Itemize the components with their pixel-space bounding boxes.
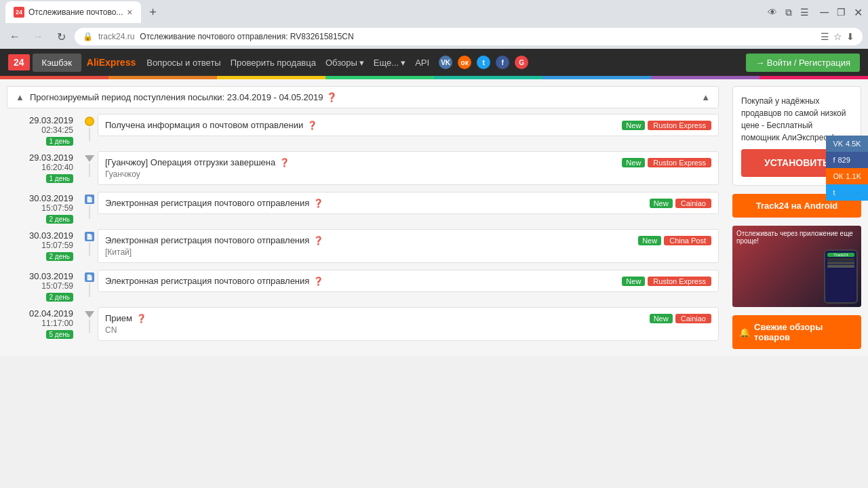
browser-tab[interactable]: 24 Отслеживание почтово... × bbox=[5, 1, 141, 23]
timeline-line: 📄 bbox=[81, 229, 98, 256]
timeline-item: 30.03.2019 15:07:59 2 день 📄 Электронная… bbox=[7, 192, 719, 224]
social-sidebar: VK 4.5K f 829 ОК 1.1K t bbox=[826, 136, 868, 201]
period-label: Прогнозируемый период поступления посылк… bbox=[30, 92, 224, 102]
restore-button[interactable]: ❐ bbox=[837, 7, 846, 18]
time-column: 30.03.2019 15:07:59 2 день bbox=[7, 229, 81, 261]
close-button[interactable]: ✕ bbox=[854, 6, 863, 19]
refresh-button[interactable]: ↻ bbox=[52, 27, 71, 46]
event-badges: New Ruston Express bbox=[622, 277, 711, 286]
cashback-link[interactable]: Кэшбэк bbox=[33, 54, 81, 72]
facebook-social-button[interactable]: f 829 bbox=[826, 152, 868, 168]
questions-link[interactable]: Вопросы и ответы bbox=[146, 58, 220, 68]
carrier-badge: Ruston Express bbox=[648, 121, 711, 130]
facebook-icon: f bbox=[833, 156, 835, 164]
new-badge: New bbox=[622, 121, 645, 130]
vk-nav-icon[interactable]: VK bbox=[439, 56, 452, 69]
event-badges: New Ruston Express bbox=[622, 121, 711, 130]
event-card: Электронная регистрация почтового отправ… bbox=[98, 192, 719, 214]
event-card: Получена информация о почтовом отправлен… bbox=[98, 114, 719, 136]
period-banner: ▲ Прогнозируемый период поступления посы… bbox=[7, 86, 719, 108]
site-logo[interactable]: 24 bbox=[8, 54, 30, 70]
browser-snap-icon[interactable]: ⧉ bbox=[785, 7, 792, 18]
twitter-social-button[interactable]: t bbox=[826, 184, 868, 201]
facebook-count: 829 bbox=[837, 156, 850, 164]
news-banner[interactable]: 🔔 Свежие обзоры товаров bbox=[732, 315, 861, 349]
ssl-icon: 🔒 bbox=[83, 32, 93, 41]
aliexpress-link[interactable]: AliExpress bbox=[87, 57, 136, 68]
reviews-dropdown[interactable]: Обзоры ▾ bbox=[326, 58, 364, 68]
timeline-line: 📄 bbox=[81, 270, 98, 297]
carrier-badge: China Post bbox=[664, 236, 711, 245]
period-dates: 23.04.2019 - 04.05.2019 bbox=[227, 92, 323, 102]
twitter-icon: t bbox=[833, 188, 835, 197]
minimize-button[interactable]: ─ bbox=[820, 5, 829, 20]
event-title: Прием bbox=[105, 313, 132, 323]
more-dropdown[interactable]: Еще... ▾ bbox=[374, 58, 406, 68]
sidebar: Покупай у надёжных продавцов по самой ни… bbox=[726, 79, 868, 356]
time-column: 30.03.2019 15:07:59 2 день bbox=[7, 270, 81, 302]
carrier-badge: Cainiao bbox=[675, 314, 711, 323]
forward-button: → bbox=[28, 27, 47, 46]
event-help-icon[interactable]: ❓ bbox=[313, 277, 323, 286]
api-link[interactable]: API bbox=[415, 58, 429, 68]
event-date: 29.03.2019 bbox=[7, 115, 73, 125]
browser-menu-icon[interactable]: 👁 bbox=[768, 7, 777, 18]
bookmark-icon[interactable]: ☆ bbox=[833, 31, 842, 42]
carrier-badge: Ruston Express bbox=[648, 277, 711, 286]
download-icon[interactable]: ⬇ bbox=[846, 31, 854, 42]
site-nav: 24 Кэшбэк AliExpress Вопросы и ответы Пр… bbox=[0, 49, 868, 76]
facebook-nav-icon[interactable]: f bbox=[496, 56, 509, 69]
timeline-vline bbox=[89, 283, 90, 297]
timeline-line bbox=[81, 151, 98, 177]
social-icons-nav: VK ок t f G bbox=[439, 56, 528, 69]
new-badge: New bbox=[638, 236, 661, 245]
collapse-icon[interactable]: ▲ bbox=[16, 92, 24, 102]
period-help-icon[interactable]: ❓ bbox=[326, 92, 337, 102]
event-help-icon[interactable]: ❓ bbox=[307, 121, 317, 130]
day-badge: 2 день bbox=[46, 293, 73, 302]
tab-favicon: 24 bbox=[14, 7, 24, 18]
ok-nav-icon[interactable]: ок bbox=[458, 56, 471, 69]
event-date: 02.04.2019 bbox=[7, 308, 73, 319]
ok-social-button[interactable]: ОК 1.1K bbox=[826, 168, 868, 184]
back-button[interactable]: ← bbox=[5, 27, 24, 46]
timeline-item: 02.04.2019 11:17:00 5 день Прием ❓ bbox=[7, 307, 719, 342]
google-nav-icon[interactable]: G bbox=[515, 56, 528, 69]
address-bar: ← → ↻ 🔒 track24.ru Отслеживание почтовог… bbox=[0, 24, 868, 49]
twitter-nav-icon[interactable]: t bbox=[477, 56, 490, 69]
event-title: [Гуанчжоу] Операция отгрузки завершена bbox=[105, 157, 275, 167]
tab-close-button[interactable]: × bbox=[127, 7, 132, 18]
check-seller-link[interactable]: Проверить продавца bbox=[231, 58, 316, 68]
window-controls: 👁 ⧉ ☰ ─ ❐ ✕ bbox=[768, 5, 863, 20]
address-field[interactable]: 🔒 track24.ru Отслеживание почтового отпр… bbox=[75, 28, 863, 45]
event-time: 11:17:00 bbox=[7, 319, 73, 328]
event-help-icon[interactable]: ❓ bbox=[279, 158, 290, 167]
timeline-vline bbox=[89, 243, 90, 256]
event-badges: New Ruston Express bbox=[622, 158, 711, 167]
reader-icon[interactable]: ☰ bbox=[821, 31, 829, 42]
event-help-icon[interactable]: ❓ bbox=[313, 236, 323, 245]
event-time: 02:34:25 bbox=[7, 125, 73, 135]
new-tab-button[interactable]: + bbox=[144, 3, 163, 22]
event-badges: New China Post bbox=[638, 236, 711, 245]
event-help-icon[interactable]: ❓ bbox=[313, 199, 323, 208]
reviews-chevron-icon: ▾ bbox=[359, 58, 364, 68]
browser-hamburger-icon[interactable]: ☰ bbox=[800, 7, 809, 18]
more-chevron-icon: ▾ bbox=[401, 58, 406, 68]
vk-icon: VK bbox=[833, 140, 843, 148]
time-column: 02.04.2019 11:17:00 5 день bbox=[7, 307, 81, 339]
timeline-vline bbox=[89, 319, 90, 333]
event-title: Электронная регистрация почтового отправ… bbox=[105, 198, 309, 208]
event-help-icon[interactable]: ❓ bbox=[136, 314, 146, 323]
timeline-doc-dot: 📄 bbox=[85, 195, 94, 204]
time-column: 30.03.2019 15:07:59 2 день bbox=[7, 192, 81, 224]
expand-icon[interactable]: ▲ bbox=[701, 92, 710, 102]
new-badge: New bbox=[622, 277, 645, 286]
day-badge: 5 день bbox=[46, 330, 73, 339]
timeline-doc-dot: 📄 bbox=[85, 232, 94, 241]
login-button[interactable]: → Войти / Регистрация bbox=[746, 54, 860, 72]
carrier-badge: Ruston Express bbox=[648, 158, 711, 167]
vk-social-button[interactable]: VK 4.5K bbox=[826, 136, 868, 152]
event-date: 30.03.2019 bbox=[7, 193, 73, 203]
tracking-timeline: 29.03.2019 02:34:25 1 день Получена инфо… bbox=[0, 114, 726, 342]
